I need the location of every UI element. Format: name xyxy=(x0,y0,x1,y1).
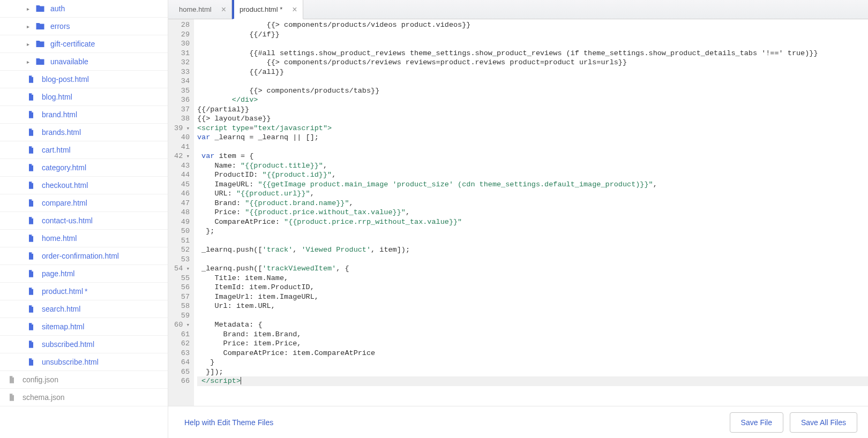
line-number: 30 xyxy=(168,39,190,49)
chevron-right-icon: ▸ xyxy=(27,24,31,28)
tab-product-html[interactable]: product.html *× xyxy=(232,0,303,19)
text-cursor xyxy=(241,377,241,384)
file-item-contact-us-html[interactable]: contact-us.html xyxy=(0,212,168,230)
close-icon[interactable]: × xyxy=(221,5,226,14)
help-link[interactable]: Help with Edit Theme Files xyxy=(184,418,273,427)
file-label: subscribed.html xyxy=(42,340,94,349)
code-line[interactable]: Title: item.Name, xyxy=(197,274,868,283)
code-line[interactable]: _learnq.push(['track', 'Viewed Product',… xyxy=(197,245,868,255)
code-line[interactable]: _learnq.push(['trackViewedItem', { xyxy=(197,264,868,274)
code-line[interactable]: {{> components/products/reviews reviews=… xyxy=(197,58,868,67)
code-line[interactable] xyxy=(197,142,868,152)
file-icon xyxy=(27,74,36,84)
code-line[interactable]: var item = { xyxy=(197,152,868,161)
code-line[interactable]: </script> xyxy=(197,376,868,386)
line-number: 65 xyxy=(168,367,190,377)
line-number: 37 xyxy=(168,105,190,115)
file-item-order-confirmation-html[interactable]: order-confirmation.html xyxy=(0,247,168,265)
code-line[interactable] xyxy=(197,236,868,246)
code-line[interactable] xyxy=(197,39,868,49)
code-line[interactable]: ProductID: "{{product.id}}", xyxy=(197,170,868,180)
code-line[interactable]: {{/if}} xyxy=(197,30,868,40)
code-line[interactable]: }; xyxy=(197,226,868,236)
file-item-home-html[interactable]: home.html xyxy=(0,230,168,247)
file-item-blog-html[interactable]: blog.html xyxy=(0,88,168,106)
file-icon xyxy=(27,163,36,172)
line-number: 51 xyxy=(168,236,190,246)
code-line[interactable]: } xyxy=(197,358,868,367)
file-label: brand.html xyxy=(42,110,77,119)
code-line[interactable]: Brand: "{{product.brand.name}}", xyxy=(197,199,868,208)
line-number: 38 xyxy=(168,114,190,124)
folder-item-unavailable[interactable]: ▸unavailable xyxy=(0,53,168,71)
line-number: 29 xyxy=(168,30,190,40)
code-line[interactable]: ImageURL: "{{getImage product.main_image… xyxy=(197,180,868,190)
code-line[interactable]: Price: "{{product.price.without_tax.valu… xyxy=(197,208,868,217)
folder-item-auth[interactable]: ▸auth xyxy=(0,0,168,18)
close-icon[interactable]: × xyxy=(292,5,297,14)
file-label: category.html xyxy=(42,163,86,172)
save-all-files-button[interactable]: Save All Files xyxy=(790,412,857,433)
file-item-unsubscribe-html[interactable]: unsubscribe.html xyxy=(0,353,168,371)
file-item-subscribed-html[interactable]: subscribed.html xyxy=(0,336,168,353)
file-item-sitemap-html[interactable]: sitemap.html xyxy=(0,318,168,336)
file-item-brand-html[interactable]: brand.html xyxy=(0,106,168,124)
code-line[interactable]: URL: "{{product.url}}", xyxy=(197,189,868,199)
code-line[interactable]: Metadata: { xyxy=(197,320,868,330)
file-label: sitemap.html xyxy=(42,322,84,331)
file-item-blog-post-html[interactable]: blog-post.html xyxy=(0,71,168,88)
root-file-item-config-json[interactable]: config.json xyxy=(0,371,168,389)
folder-icon xyxy=(35,39,45,49)
file-icon xyxy=(27,92,36,102)
line-number: 60 ▾ xyxy=(168,320,190,330)
code-editor[interactable]: 282930313233343536373839 ▾404142 ▾434445… xyxy=(168,19,868,406)
code-line[interactable]: {{> layout/base}} xyxy=(197,114,868,124)
file-item-compare-html[interactable]: compare.html xyxy=(0,194,168,212)
code-line[interactable]: {{> components/products/videos product.v… xyxy=(197,20,868,30)
file-item-search-html[interactable]: search.html xyxy=(0,300,168,318)
line-number: 32 xyxy=(168,58,190,67)
file-item-category-html[interactable]: category.html xyxy=(0,159,168,177)
code-line[interactable]: Name: "{{product.title}}", xyxy=(197,161,868,171)
code-line[interactable]: }]); xyxy=(197,367,868,377)
file-icon xyxy=(27,286,36,296)
file-icon xyxy=(27,251,36,261)
code-line[interactable]: CompareAtPrice: "{{product.price.rrp_wit… xyxy=(197,217,868,227)
code-line[interactable]: ItemId: item.ProductID, xyxy=(197,283,868,292)
folder-item-errors[interactable]: ▸errors xyxy=(0,18,168,35)
root-file-item-schema-json[interactable]: schema.json xyxy=(0,389,168,406)
tab-home-html[interactable]: home.html× xyxy=(174,0,232,19)
file-item-page-html[interactable]: page.html xyxy=(0,265,168,283)
line-number: 58 xyxy=(168,301,190,311)
line-number: 36 xyxy=(168,95,190,105)
file-label: brands.html xyxy=(42,128,81,137)
line-number: 52 xyxy=(168,245,190,255)
code-line[interactable]: {{#all settings.show_product_reviews the… xyxy=(197,49,868,58)
line-number: 42 ▾ xyxy=(168,152,190,161)
code-line[interactable] xyxy=(197,255,868,265)
file-item-cart-html[interactable]: cart.html xyxy=(0,141,168,159)
code-line[interactable]: {{/partial}} xyxy=(197,105,868,115)
code-line[interactable]: ImageUrl: item.ImageURL, xyxy=(197,292,868,302)
file-label: order-confirmation.html xyxy=(42,252,119,260)
file-item-brands-html[interactable]: brands.html xyxy=(0,124,168,141)
line-number: 45 xyxy=(168,180,190,190)
code-area[interactable]: {{> components/products/videos product.v… xyxy=(194,19,868,406)
code-line[interactable]: <script type="text/javascript"> xyxy=(197,124,868,133)
code-line[interactable]: {{> components/products/tabs}} xyxy=(197,86,868,96)
code-line[interactable] xyxy=(197,77,868,86)
code-line[interactable]: </div> xyxy=(197,95,868,105)
code-line[interactable] xyxy=(197,311,868,321)
code-line[interactable]: Price: item.Price, xyxy=(197,339,868,349)
file-item-product-html[interactable]: product.html* xyxy=(0,283,168,300)
file-item-checkout-html[interactable]: checkout.html xyxy=(0,177,168,194)
code-line[interactable]: CompareAtPrice: item.CompareAtPrice xyxy=(197,349,868,358)
folder-item-gift-certificate[interactable]: ▸gift-certificate xyxy=(0,35,168,53)
code-line[interactable]: {{/all}} xyxy=(197,67,868,77)
save-file-button[interactable]: Save File xyxy=(730,412,783,433)
file-label: search.html xyxy=(42,305,80,313)
file-label: home.html xyxy=(42,234,77,243)
code-line[interactable]: Url: item.URL, xyxy=(197,301,868,311)
code-line[interactable]: var _learnq = _learnq || []; xyxy=(197,133,868,142)
code-line[interactable]: Brand: item.Brand, xyxy=(197,330,868,339)
